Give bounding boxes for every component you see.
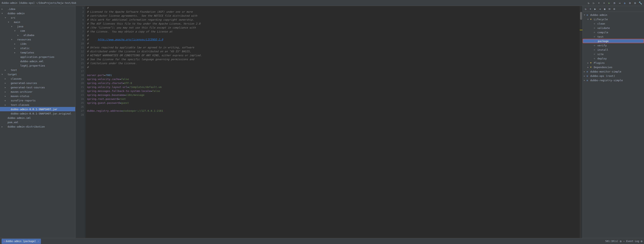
settings-icon[interactable]: ⚙ [633,1,637,5]
maven-item-label: site [597,53,604,56]
line-number-24: 24 [77,97,84,101]
run-icon[interactable]: ▶ [607,1,612,5]
maven-collapse-icon[interactable]: ⊟ [607,7,612,11]
tree-item-application.properties[interactable]: application.properties [0,55,75,59]
tree-item-dubbo-admin-distribution[interactable]: ▶dubbo-admin-distribution [0,124,75,129]
tree-item-snapshot-jar-original[interactable]: dubbo-admin-0.0.1-SNAPSHOT.jar.original [0,111,75,116]
tree-item-target[interactable]: ▼target [0,72,75,76]
tree-item-test-classes[interactable]: ▶test-classes [0,103,75,107]
maven-item-label: Lifecycle [594,18,608,21]
tree-arrow-test: ▶ [4,69,7,71]
tree-item-snapshot-jar[interactable]: dubbo-admin-0.0.1-SNAPSHOT.jar [0,107,75,111]
refresh-icon[interactable]: ↻ [586,1,591,5]
maven-item-dubbo-ops[interactable]: ▶▣dubbo-ops (root) [583,74,644,78]
event-log-gear-icon[interactable]: ⚙ [641,240,642,243]
maven-item-dubbo-registry-simple[interactable]: ▶▣dubbo-registry-simple [583,78,644,82]
tree-item-idea[interactable]: ▶.idea [0,7,75,11]
maven-toggle-icon[interactable]: ◉ [602,7,607,11]
toggle-icon[interactable]: ◉ [622,1,627,5]
maven-tree-content[interactable]: ▼▣dubbo-admin▼▼Lifecycle⚙clean⚙validate⚙… [583,12,644,238]
folder-icon [20,33,23,37]
maven-run-icon[interactable]: ▶ [593,7,597,11]
skip-icon[interactable]: ⇥ [618,1,622,5]
tree-item-surefire-reports[interactable]: ▶surefire-reports [0,98,75,103]
lifecycle-phase-icon: ⚙ [594,57,596,60]
tree-item-dubbo-admin[interactable]: ▼dubbo-admin [0,11,75,15]
tree-item-static[interactable]: ▶static [0,46,75,50]
maven-item-test[interactable]: ⚙test [583,34,644,39]
run-config-icon[interactable]: ▷ [592,1,596,5]
tree-item-dubbo-admin.iml[interactable]: dubbo-admin.iml [0,116,75,120]
maven-item-label: dubbo-ops (root) [590,74,615,77]
maven-item-verify[interactable]: ⚙verify [583,43,644,48]
status-tab-package[interactable]: ▣ dubbo-admin [package] ✕ [2,239,41,244]
tree-item-java[interactable]: ▼java [0,24,75,28]
close-tab-icon[interactable]: ✕ [38,240,39,242]
maven-item-compile[interactable]: ⚙compile [583,30,644,34]
tree-item-templates[interactable]: ▶templates [0,50,75,55]
tree-item-pom.xml[interactable]: pom.xml [0,120,75,124]
folder-open-icon [13,38,16,41]
maven-settings-icon[interactable]: ⚙ [612,7,616,11]
comment-prefix: # [87,38,98,41]
tree-item-maven-archiver[interactable]: ▶maven-archiver [0,90,75,94]
maven-arrow-dependencies: ▶ [588,66,590,68]
maven-item-dubbo-monitor-simple[interactable]: ▶▣dubbo-monitor-simple [583,69,644,74]
tree-item-generated-test-sources[interactable]: ▶generated-test-sources [0,85,75,90]
code-line-22: spring.messages.fallback-to-system-local… [87,89,578,93]
line-number-28: 28 [77,113,84,117]
maven-arrow-lifecycle: ▼ [588,18,590,20]
editor-scrollbar[interactable] [580,6,582,238]
tree-item-dubbo-admin.xml[interactable]: dubbo-admin.xml [0,59,75,63]
maven-item-install[interactable]: ⚙install [583,48,644,52]
maven-item-label: compile [597,31,608,34]
url-link[interactable]: http://www.apache.org/licenses/LICENSE-2… [98,38,163,41]
maven-item-dependencies[interactable]: ▶▼Dependencies [583,65,644,69]
code-lines[interactable]: ## Licensed to the Apache Software Found… [85,6,580,238]
code-line-12: # distributed under the License is distr… [87,49,578,53]
tree-item-classes[interactable]: ▶classes [0,76,75,81]
maven-item-deploy[interactable]: ⚙deploy [583,56,644,61]
tree-item-label: alibaba [24,34,34,37]
tree-item-resources[interactable]: ▼resources [0,37,75,42]
tree-item-log4j.properties[interactable]: log4j.properties [0,63,75,68]
tree-item-test[interactable]: ▶test [0,68,75,72]
tree-item-src[interactable]: ▼src [0,15,75,20]
lifecycle-icon[interactable]: ⚙ [628,1,632,5]
tree-arrow-surefire-reports: ▶ [4,100,7,102]
code-line-16: # [87,65,578,69]
folder-open-icon [4,73,7,76]
tree-item-generated-sources[interactable]: ▶generated-sources [0,81,75,85]
download-icon[interactable]: ⬇ [597,1,601,5]
add-icon[interactable]: + [602,1,606,5]
maven-icon[interactable]: m [612,1,616,5]
tree-item-maven-status[interactable]: ▶maven-status [0,94,75,98]
event-log-label[interactable]: Event Log [626,240,639,243]
tree-item-alibaba[interactable]: ▶alibaba [0,33,75,37]
maven-refresh-icon[interactable]: ↻ [584,7,588,11]
maven-item-plugins[interactable]: ▶▼Plugins [583,61,644,65]
tree-item-main[interactable]: ▼main [0,20,75,24]
maven-item-dubbo-admin[interactable]: ▼▣dubbo-admin [583,13,644,17]
folder-open-icon [16,29,20,32]
status-gear-icon[interactable]: ⚙ [620,240,621,243]
maven-item-validate[interactable]: ⚙validate [583,26,644,30]
maven-item-clean[interactable]: ⚙clean [583,21,644,26]
tree-item-label: dubbo-admin.iml [8,117,31,120]
tree-item-label: dubbo-admin-0.0.1-SNAPSHOT.jar.original [11,112,71,115]
maven-item-lifecycle[interactable]: ▼▼Lifecycle [583,17,644,21]
folder-icon [7,90,10,93]
file-tree-content[interactable]: ▶.idea▼dubbo-admin▼src▼main▼java▼com▶ali… [0,6,75,238]
maven-skip-tests-icon[interactable]: ⇥ [598,7,602,11]
maven-item-site[interactable]: ⚙site [583,52,644,56]
tree-item-label: templates [20,51,34,54]
tree-item-com[interactable]: ▼com [0,28,75,33]
line-number-3: 3 [77,14,84,18]
tree-item-i18n[interactable]: ▶i18n [0,42,75,46]
run-settings-icon[interactable]: 🔧 [638,1,642,5]
maven-add-icon[interactable]: + [588,7,592,11]
prop-equals: = [151,90,152,93]
prop-key: spring.velocity.charset [87,82,123,85]
maven-item-package[interactable]: ⚙package [583,39,644,43]
prop-value: false [152,90,160,93]
